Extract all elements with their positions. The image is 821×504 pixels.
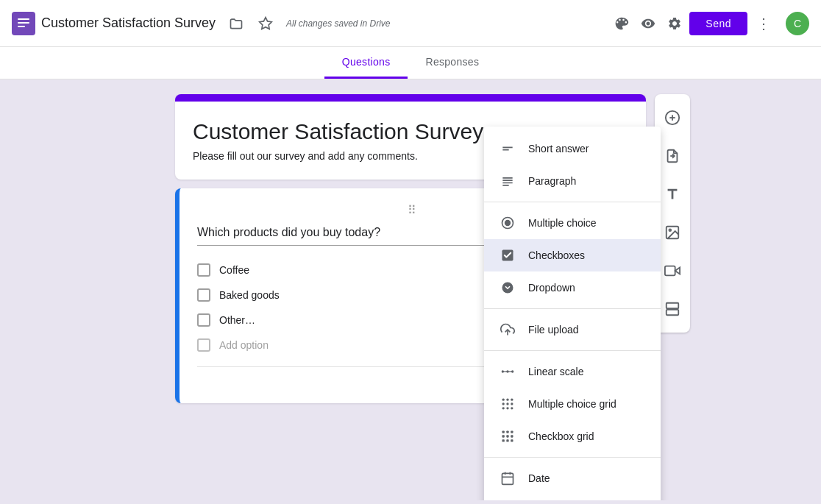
svg-rect-3 — [18, 26, 25, 27]
menu-label-checkboxes: Checkboxes — [528, 249, 585, 261]
settings-button[interactable] — [663, 12, 686, 35]
tabs-bar: Questions Responses — [0, 47, 821, 79]
option-label-coffee: Coffee — [219, 264, 249, 276]
checkbox-other[interactable] — [197, 313, 210, 327]
svg-rect-30 — [502, 407, 505, 409]
save-status: All changes saved in Drive — [286, 18, 390, 29]
menu-item-dropdown[interactable]: Dropdown — [484, 271, 661, 304]
paragraph-icon — [499, 172, 516, 190]
drag-dots-icon: ⠿ — [408, 203, 418, 217]
svg-rect-37 — [506, 435, 508, 437]
svg-rect-27 — [502, 402, 505, 405]
menu-label-checkbox-grid: Checkbox grid — [528, 430, 594, 442]
add-option-label: Add option — [219, 339, 269, 351]
menu-item-multiple-choice[interactable]: Multiple choice — [484, 207, 661, 239]
svg-point-10 — [669, 229, 671, 231]
palette-button[interactable] — [610, 12, 633, 35]
svg-rect-13 — [667, 303, 679, 308]
menu-label-file-upload: File upload — [528, 324, 579, 336]
main-content: Customer Satisfaction Survey Please fill… — [0, 79, 821, 500]
svg-rect-2 — [18, 22, 29, 24]
menu-divider-2 — [484, 308, 661, 309]
menu-label-multiple-choice: Multiple choice — [528, 217, 597, 229]
menu-item-short-answer[interactable]: Short answer — [484, 132, 661, 165]
svg-rect-33 — [502, 431, 505, 433]
menu-item-linear-scale[interactable]: Linear scale — [484, 355, 661, 388]
checkbox-baked-goods[interactable] — [197, 288, 210, 302]
menu-label-dropdown: Dropdown — [528, 282, 575, 294]
menu-divider-3 — [484, 350, 661, 351]
option-label-other: Other… — [219, 314, 255, 326]
tab-questions[interactable]: Questions — [324, 47, 408, 79]
menu-label-short-answer: Short answer — [528, 143, 589, 155]
app-header: Customer Satisfaction Survey All changes… — [0, 0, 821, 47]
menu-label-date: Date — [528, 472, 550, 484]
multiple-choice-grid-icon — [499, 395, 516, 413]
menu-divider-4 — [484, 457, 661, 458]
menu-label-linear-scale: Linear scale — [528, 366, 584, 377]
svg-rect-41 — [511, 439, 513, 441]
menu-divider-1 — [484, 202, 661, 202]
svg-rect-40 — [506, 439, 508, 441]
short-answer-icon — [499, 140, 516, 157]
svg-rect-29 — [511, 402, 513, 405]
folder-button[interactable] — [224, 12, 248, 35]
dropdown-icon — [499, 279, 516, 297]
checkbox-coffee[interactable] — [197, 263, 210, 277]
svg-rect-39 — [502, 439, 505, 441]
preview-button[interactable] — [636, 12, 660, 35]
svg-rect-25 — [506, 399, 508, 401]
menu-item-file-upload[interactable]: File upload — [484, 313, 661, 346]
svg-rect-36 — [502, 435, 505, 437]
checkbox-grid-icon — [499, 427, 516, 445]
avatar[interactable]: C — [786, 12, 809, 35]
svg-point-16 — [505, 220, 511, 226]
menu-label-multiple-choice-grid: Multiple choice grid — [528, 398, 616, 410]
svg-rect-31 — [506, 407, 508, 409]
svg-rect-1 — [18, 18, 29, 20]
svg-rect-24 — [502, 399, 505, 401]
multiple-choice-icon — [499, 214, 516, 232]
svg-point-18 — [502, 283, 513, 294]
option-label-baked-goods: Baked goods — [219, 289, 280, 301]
star-button[interactable] — [254, 12, 277, 35]
menu-item-checkboxes[interactable]: Checkboxes — [484, 239, 661, 271]
svg-rect-34 — [506, 431, 508, 433]
svg-marker-11 — [675, 267, 680, 274]
linear-scale-icon — [499, 363, 516, 380]
svg-marker-4 — [260, 17, 272, 29]
date-icon — [499, 469, 516, 487]
svg-rect-14 — [667, 310, 679, 315]
svg-rect-26 — [511, 399, 513, 401]
checkboxes-icon — [499, 246, 516, 264]
svg-rect-38 — [511, 435, 513, 437]
menu-item-multiple-choice-grid[interactable]: Multiple choice grid — [484, 388, 661, 420]
menu-item-time[interactable]: Time — [484, 494, 661, 500]
header-actions: Send ⋮ C — [610, 12, 809, 35]
menu-label-paragraph: Paragraph — [528, 175, 576, 187]
menu-item-paragraph[interactable]: Paragraph — [484, 165, 661, 197]
send-button[interactable]: Send — [689, 12, 747, 35]
app-title: Customer Satisfaction Survey — [41, 15, 216, 31]
tab-responses[interactable]: Responses — [408, 47, 497, 79]
svg-rect-12 — [665, 266, 675, 276]
svg-rect-32 — [511, 407, 513, 409]
app-logo — [12, 12, 35, 35]
svg-rect-42 — [502, 473, 513, 484]
checkbox-add — [197, 338, 210, 352]
menu-item-date[interactable]: Date — [484, 462, 661, 494]
more-options-button[interactable]: ⋮ — [750, 12, 777, 35]
svg-rect-28 — [506, 402, 508, 405]
file-upload-icon — [499, 321, 516, 338]
type-dropdown-menu: Short answer Paragraph Multiple choice — [484, 127, 661, 500]
svg-rect-35 — [511, 431, 513, 433]
menu-item-checkbox-grid[interactable]: Checkbox grid — [484, 420, 661, 452]
